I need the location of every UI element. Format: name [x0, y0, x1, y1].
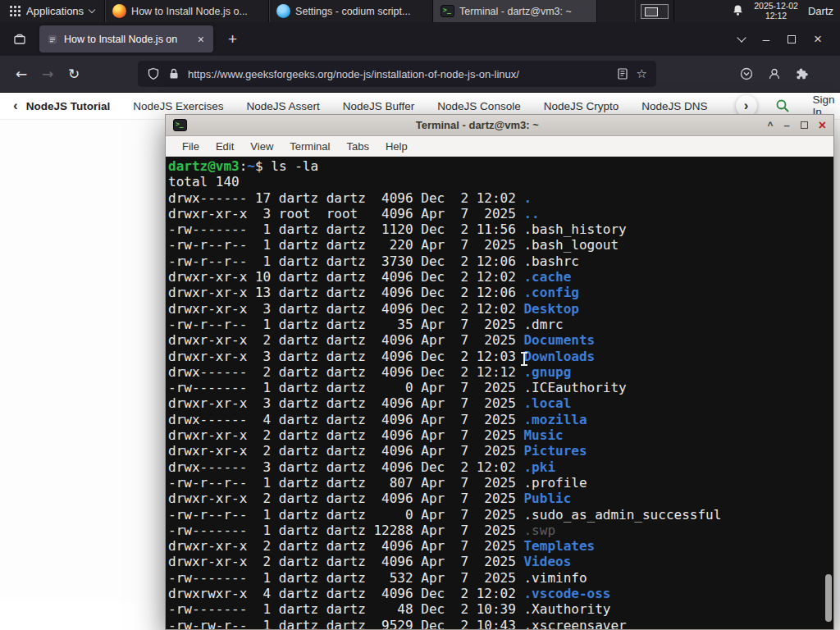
menu-file[interactable]: File [174, 140, 208, 153]
notification-bell-button[interactable] [732, 4, 744, 19]
firefox-icon [112, 4, 126, 18]
taskbar-item-codium[interactable]: Settings - codium script... [269, 0, 433, 22]
subnav-item-crypto[interactable]: NodeJS Crypto [532, 100, 631, 112]
menu-terminal[interactable]: Terminal [281, 140, 338, 153]
subnav-item-tutorial[interactable]: NodeJS Tutorial [21, 100, 122, 112]
subnav-item-dns[interactable]: NodeJS DNS [630, 100, 719, 112]
clock-time: 12:12 [754, 11, 798, 21]
window-preview-icon [641, 4, 669, 19]
top-panel: Applications How to Install Node.js o...… [0, 0, 840, 22]
tab-favicon-icon [47, 34, 58, 45]
terminal-window: Terminal - dartz@vm3: ~ ^ – × File Edit … [165, 114, 834, 630]
terminal-line: -rw-r--r-- 1 dartz dartz 0 Apr 7 2025 .s… [168, 507, 833, 523]
firefox-view-button[interactable] [8, 29, 31, 50]
subnav-item-exercises[interactable]: NodeJS Exercises [121, 100, 235, 112]
menu-edit[interactable]: Edit [208, 140, 242, 153]
browser-tab-active[interactable]: How to Install Node.js on × [39, 25, 213, 52]
close-button[interactable]: × [819, 120, 826, 131]
terminal-line: total 140 [168, 174, 833, 189]
subnav-item-console[interactable]: NodeJS Console [426, 100, 532, 112]
workspace-switcher[interactable] [635, 0, 674, 22]
menu-help[interactable]: Help [377, 140, 416, 153]
shield-icon[interactable] [147, 67, 160, 80]
tab-close-button[interactable]: × [196, 33, 206, 46]
applications-label: Applications [26, 5, 84, 17]
bookmark-star-icon[interactable]: ☆ [637, 66, 647, 81]
search-icon [775, 98, 790, 113]
terminal-line: -rw-rw-r-- 1 dartz dartz 9529 Dec 2 10:4… [168, 618, 833, 629]
applications-menu-button[interactable]: Applications [0, 0, 105, 22]
terminal-title: Terminal - dartz@vm3: ~ [194, 119, 760, 131]
terminal-window-controls: ^ – × [767, 119, 826, 131]
window-restore-button[interactable] [788, 35, 796, 43]
scroll-left-chevron-icon[interactable]: ‹ [10, 98, 21, 114]
toolbar-right-icons [740, 67, 832, 80]
site-search-button[interactable] [775, 98, 790, 113]
terminal-line: drwxrwxr-x 4 dartz dartz 4096 Dec 2 12:0… [168, 586, 833, 601]
pocket-icon[interactable] [740, 67, 753, 80]
terminal-line: drwxr-xr-x 3 root root 4096 Apr 7 2025 .… [168, 206, 833, 221]
firefox-view-icon [13, 33, 26, 46]
tab-bar: How to Install Node.js on × + – × [0, 22, 840, 56]
back-button[interactable]: ← [8, 62, 34, 86]
account-icon[interactable] [768, 67, 781, 80]
terminal-line: drwxr-xr-x 2 dartz dartz 4096 Apr 7 2025… [168, 491, 833, 506]
terminal-scrollbar-thumb[interactable] [825, 574, 832, 622]
list-all-tabs-button[interactable] [737, 33, 746, 42]
forward-button[interactable]: → [34, 62, 61, 86]
terminal-line: drwxr-xr-x 2 dartz dartz 4096 Apr 7 2025… [168, 427, 833, 443]
menu-view[interactable]: View [242, 140, 281, 153]
terminal-line: drwx------ 3 dartz dartz 4096 Dec 2 12:0… [168, 459, 833, 475]
terminal-output[interactable]: dartz@vm3:~$ ls -latotal 140drwx------ 1… [166, 157, 833, 629]
terminal-line: -rw------- 1 dartz dartz 12288 Apr 7 202… [168, 523, 833, 538]
url-bar[interactable]: https://www.geeksforgeeks.org/node-js/in… [138, 61, 656, 87]
terminal-line: -rw------- 1 dartz dartz 0 Apr 7 2025 .I… [168, 380, 833, 395]
clock[interactable]: 2025-12-02 12:12 [754, 2, 798, 21]
terminal-line: -rw-r--r-- 1 dartz dartz 35 Apr 7 2025 .… [168, 317, 833, 332]
taskbar-item-label: How to Install Node.js o... [131, 6, 248, 17]
terminal-line: -rw-r--r-- 1 dartz dartz 3730 Dec 2 12:0… [168, 253, 833, 269]
window-minimize-button[interactable]: – [763, 32, 769, 46]
subnav-item-buffer[interactable]: NodeJS Buffer [331, 100, 427, 112]
session-user-menu[interactable]: Dartz [808, 5, 833, 17]
lock-icon[interactable] [167, 67, 180, 80]
terminal-line: drwx------ 17 dartz dartz 4096 Dec 2 12:… [168, 190, 833, 206]
taskbar-item-firefox[interactable]: How to Install Node.js o... [105, 0, 269, 22]
terminal-line: drwxr-xr-x 3 dartz dartz 4096 Apr 7 2025… [168, 395, 833, 411]
terminal-line: -rw------- 1 dartz dartz 532 Apr 7 2025 … [168, 570, 833, 586]
tab-title: How to Install Node.js on [64, 34, 190, 45]
terminal-line: drwxr-xr-x 3 dartz dartz 4096 Dec 2 12:0… [168, 349, 833, 364]
terminal-line: -rw------- 1 dartz dartz 48 Dec 2 10:39 … [168, 601, 833, 617]
browser-toolbar: ← → ↻ https://www.geeksforgeeks.org/node… [0, 56, 840, 93]
terminal-line: drwxr-xr-x 2 dartz dartz 4096 Apr 7 2025… [168, 443, 833, 459]
extensions-puzzle-icon[interactable] [796, 67, 809, 80]
shade-button[interactable]: ^ [767, 120, 773, 131]
panel-status-area: 2025-12-02 12:12 Dartz [732, 2, 840, 21]
chevron-down-icon [89, 7, 95, 13]
terminal-line: drwxr-xr-x 13 dartz dartz 4096 Dec 2 12:… [168, 285, 833, 300]
taskbar-item-label: Settings - codium script... [295, 6, 410, 17]
menu-tabs[interactable]: Tabs [338, 140, 377, 153]
new-tab-button[interactable]: + [223, 30, 242, 48]
taskbar-item-terminal[interactable]: Terminal - dartz@vm3: ~ [433, 0, 597, 22]
subnav-item-truncated[interactable]: Node [719, 100, 731, 112]
terminal-line: drwx------ 2 dartz dartz 4096 Dec 2 12:1… [168, 364, 833, 380]
terminal-line: drwxr-xr-x 10 dartz dartz 4096 Dec 2 12:… [168, 269, 833, 285]
applications-icon [10, 6, 21, 16]
terminal-line: drwxr-xr-x 3 dartz dartz 4096 Dec 2 12:0… [168, 301, 833, 317]
reload-button[interactable]: ↻ [61, 62, 87, 86]
maximize-button[interactable] [801, 121, 808, 129]
terminal-line: drwxr-xr-x 2 dartz dartz 4096 Apr 7 2025… [168, 554, 833, 569]
terminal-line: drwxr-xr-x 2 dartz dartz 4096 Apr 7 2025… [168, 538, 833, 554]
reader-view-icon[interactable] [616, 67, 629, 80]
terminal-titlebar[interactable]: Terminal - dartz@vm3: ~ ^ – × [166, 115, 833, 136]
clock-date: 2025-12-02 [754, 2, 798, 11]
terminal-icon [441, 5, 454, 17]
codium-icon [276, 4, 290, 18]
bell-icon [732, 4, 744, 16]
minimize-button[interactable]: – [783, 119, 789, 131]
subnav-item-assert[interactable]: NodeJS Assert [235, 100, 331, 112]
chevron-right-icon: › [741, 98, 752, 114]
terminal-line: drwx------ 4 dartz dartz 4096 Apr 7 2025… [168, 412, 833, 427]
window-close-button[interactable]: × [814, 31, 822, 48]
